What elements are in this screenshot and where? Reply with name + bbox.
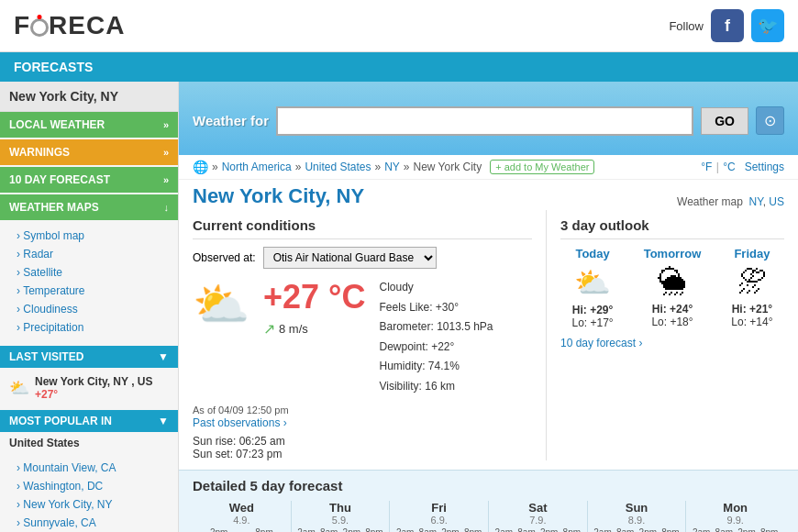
fc-time-2-1: 8am [419, 527, 437, 532]
weather-map-links: Weather map NY, US [677, 195, 784, 208]
forecast-table: Wed 4.9. 2pm 8pm ☀️ 🌙 Thu 5.9. 2am [193, 501, 784, 532]
two-col-section: Current conditions Observed at: Otis Air… [179, 210, 798, 470]
fc-day-name-3: Sat [493, 501, 583, 515]
local-weather-button[interactable]: LOCAL WEATHER » [0, 112, 178, 138]
fc-time-0-0: 2pm [210, 527, 227, 532]
last-visited-header: LAST VISITED ▼ [0, 346, 178, 368]
outlook-icon-1: 🌦 [644, 265, 702, 299]
main-layout: New York City, NY LOCAL WEATHER » WARNIN… [0, 82, 798, 532]
weather-maps-arrow: ↓ [164, 202, 170, 213]
outlook-day-name-2: Friday [731, 247, 772, 260]
twitter-button[interactable]: 🐦 [751, 9, 784, 42]
wind-direction-icon: ↗ [263, 320, 275, 338]
breadcrumb-right: °F | °C Settings [701, 161, 784, 173]
go-button[interactable]: GO [701, 107, 748, 135]
fc-date-3: 7.9. [493, 515, 583, 526]
weather-maps-button[interactable]: WEATHER MAPS ↓ [0, 194, 178, 220]
five-day-section: Detailed 5 day forecast Wed 4.9. 2pm 8pm… [179, 470, 798, 532]
temp-block: +27 °C ↗ 8 m/s [263, 278, 365, 338]
content-area: Weather for GO ⊙ 🌐 » North America » Uni… [179, 82, 798, 532]
popular-links-section: Mountain View, CA Washington, DC New Yor… [0, 454, 178, 532]
weather-map-label: Weather map [677, 195, 743, 208]
current-weather-icon: ⛅ [193, 278, 249, 331]
add-to-my-weather-button[interactable]: + add to My Weather [490, 160, 594, 174]
outlook-days: Today ⛅ Hi: +29° Lo: +17° Tomorrow 🌦 Hi:… [560, 247, 784, 329]
hi-1: Hi: +24° [652, 303, 693, 316]
sidebar-link-cloudiness[interactable]: Cloudiness [0, 300, 178, 318]
fc-time-4-0: 2am [593, 527, 611, 532]
humidity: Humidity: 74.1% [379, 357, 493, 377]
fc-date-4: 8.9. [592, 515, 682, 526]
ten-day-button[interactable]: 10 DAY FORECAST » [0, 167, 178, 193]
fc-time-1-3: 8pm [365, 527, 382, 532]
outlook-title: 3 day outlook [560, 210, 784, 239]
conditions-main: ⛅ +27 °C ↗ 8 m/s Cloudy Feels Like: +30°… [193, 278, 532, 397]
breadcrumb-ny[interactable]: NY [384, 161, 400, 173]
settings-link[interactable]: Settings [745, 161, 784, 173]
fc-time-4-3: 8pm [661, 527, 679, 532]
search-input[interactable] [276, 106, 693, 136]
popular-link-1[interactable]: Washington, DC [0, 477, 178, 495]
outlook-day-friday: Friday ⛈ Hi: +21° Lo: +14° [731, 247, 772, 329]
sidebar-link-precipitation[interactable]: Precipitation [0, 318, 178, 337]
fc-time-3-3: 8pm [563, 527, 581, 532]
fc-times-1: 2am 8am 2pm 8pm [295, 527, 386, 532]
map-us-link[interactable]: US [769, 195, 784, 208]
outlook-day-name-1: Tomorrow [644, 247, 702, 260]
popular-link-3[interactable]: Sunnyvale, CA [0, 514, 178, 532]
fc-times-4: 2am 8am 2pm 8pm [592, 527, 682, 532]
popular-link-0[interactable]: Mountain View, CA [0, 459, 178, 477]
station-select[interactable]: Otis Air National Guard Base [263, 247, 437, 269]
ten-day-link[interactable]: 10 day forecast › [560, 337, 784, 349]
sidebar-link-temperature[interactable]: Temperature [0, 282, 178, 300]
breadcrumb-north-america[interactable]: North America [222, 161, 292, 173]
popular-link-2[interactable]: New York City, NY [0, 495, 178, 514]
unit-f-link[interactable]: °F [701, 161, 712, 173]
fc-time-2-3: 8pm [464, 527, 482, 532]
hi-0: Hi: +29° [572, 304, 613, 316]
map-ny-link[interactable]: NY [749, 195, 763, 208]
location-button[interactable]: ⊙ [756, 106, 784, 135]
follow-section: Follow f 🐦 [669, 9, 784, 42]
breadcrumb-city: New York City [414, 161, 482, 173]
nav-forecasts-label[interactable]: FORECASTS [14, 60, 93, 74]
fc-times-0: 2pm 8pm [196, 527, 287, 532]
outlook-icon-0: ⛅ [572, 265, 614, 300]
fc-time-5-2: 2pm [737, 527, 755, 532]
sidebar-link-satellite[interactable]: Satellite [0, 263, 178, 282]
condition-cloudy: Cloudy [379, 278, 493, 298]
lo-0: Lo: +17° [572, 316, 614, 329]
dewpoint: Dewpoint: +22° [379, 338, 493, 358]
last-visited-city: New York City, NY , US [35, 375, 152, 388]
ten-day-label: 10 DAY FORECAST [9, 173, 110, 186]
unit-c-link[interactable]: °C [723, 161, 735, 173]
last-visited-item[interactable]: ⛅ New York City, NY , US +27° [0, 368, 178, 408]
fc-day-name-0: Wed [196, 501, 287, 515]
header: F RECA Follow f 🐦 [0, 0, 798, 52]
visibility: Visibility: 16 km [379, 377, 493, 397]
popular-region-title: United States [0, 432, 178, 454]
past-observations-link[interactable]: Past observations › [193, 416, 287, 429]
current-conditions-title: Current conditions [193, 210, 532, 239]
fc-time-4-1: 8am [616, 527, 634, 532]
fc-time-1-1: 8am [320, 527, 338, 532]
outlook-col: 3 day outlook Today ⛅ Hi: +29° Lo: +17° … [546, 210, 784, 460]
follow-label: Follow [669, 19, 704, 33]
sidebar-link-symbol-map[interactable]: Symbol map [0, 227, 178, 245]
logo-rest: RECA [49, 11, 125, 39]
wind-speed: 8 m/s [279, 322, 308, 336]
five-day-title: Detailed 5 day forecast [193, 478, 784, 493]
fc-time-3-0: 2am [495, 527, 513, 532]
breadcrumb-united-states[interactable]: United States [305, 161, 371, 173]
warnings-button[interactable]: WARNINGS » [0, 139, 178, 165]
feels-like: Feels Like: +30° [379, 298, 493, 318]
breadcrumb-sep-1: » [295, 161, 302, 173]
lo-2: Lo: +14° [731, 316, 772, 328]
facebook-button[interactable]: f [711, 9, 744, 42]
local-weather-label: LOCAL WEATHER [9, 118, 105, 131]
breadcrumb: 🌐 » North America » United States » NY »… [179, 155, 798, 180]
breadcrumb-sep-2: » [374, 161, 381, 173]
fc-times-2: 2am 8am 2pm 8pm [393, 527, 484, 532]
sidebar-link-radar[interactable]: Radar [0, 245, 178, 263]
local-weather-arrow: » [163, 119, 169, 130]
